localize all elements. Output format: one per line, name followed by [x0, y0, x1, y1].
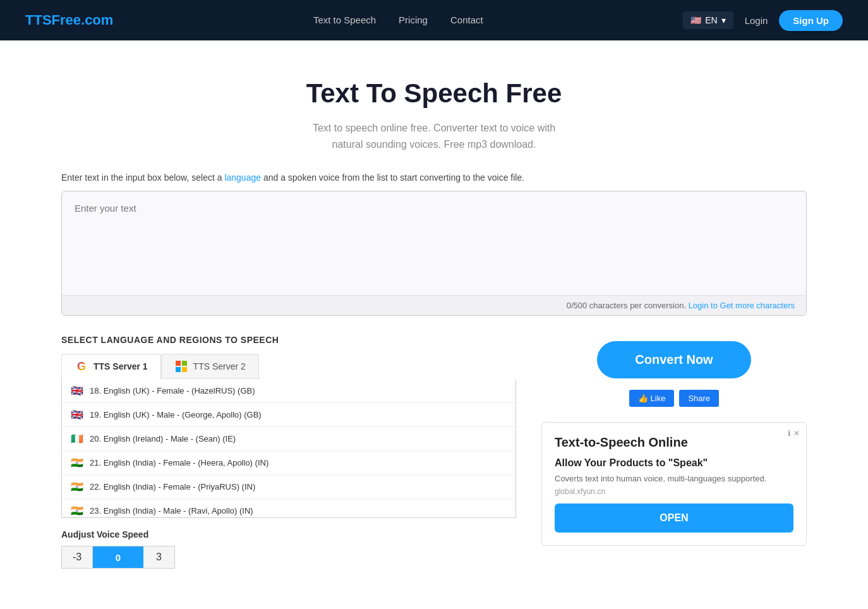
main-content: Enter text in the input box below, selec… [30, 171, 838, 594]
navbar: TTSFree.com Text to Speech Pricing Conta… [0, 0, 868, 40]
hero-section: Text To Speech Free Text to speech onlin… [0, 40, 868, 171]
flag-icon: 🇮🇳 [71, 481, 83, 493]
voice-label: 20. English (Ireland) - Male - (Sean) (I… [90, 434, 236, 443]
list-item[interactable]: 🇮🇳 22. English (India) - Female - (Priya… [62, 475, 515, 499]
ad-subtitle: Allow Your Products to "Speak" [555, 457, 793, 469]
list-item[interactable]: 🇮🇳 21. English (India) - Female - (Heera… [62, 451, 515, 475]
right-column: Convert Now 👍 Like Share ℹ ✕ Text-to-Spe… [541, 335, 807, 546]
ad-body: Coverts text into human voice, multi-lan… [555, 474, 793, 483]
voice-label: 21. English (India) - Female - (Heera, A… [90, 458, 268, 467]
ad-open-button[interactable]: OPEN [555, 503, 793, 533]
voice-speed-label: Audjust Voice Speed [61, 529, 516, 540]
flag-icon: 🇮🇳 [71, 505, 83, 517]
two-col-layout: SELECT LANGUAGE AND REGIONS TO SPEECH G … [61, 335, 807, 569]
navbar-right: 🇺🇸 EN ▾ Login Sign Up [683, 10, 843, 31]
language-selector[interactable]: 🇺🇸 EN ▾ [683, 11, 733, 29]
hero-title: Text To Speech Free [25, 78, 843, 109]
server2-label: TTS Server 2 [193, 361, 246, 371]
google-icon: G [75, 359, 88, 373]
login-for-more-link[interactable]: Login to Get more characters [689, 301, 795, 310]
tab-server2[interactable]: TTS Server 2 [161, 354, 259, 379]
language-link[interactable]: language [224, 172, 261, 183]
flag-icon: 🇮🇪 [71, 433, 83, 445]
left-column: SELECT LANGUAGE AND REGIONS TO SPEECH G … [61, 335, 516, 569]
server-tabs: G TTS Server 1 TTS Server 2 [61, 354, 516, 379]
facebook-share-button[interactable]: Share [679, 390, 719, 407]
social-buttons: 👍 Like Share [629, 390, 719, 407]
instruction-text: Enter text in the input box below, selec… [61, 171, 807, 184]
list-item[interactable]: 🇮🇪 20. English (Ireland) - Male - (Sean)… [62, 427, 515, 451]
text-input[interactable] [62, 191, 806, 292]
voice-label: 18. English (UK) - Female - (HazelRUS) (… [90, 386, 255, 395]
char-count-text: 0/500 characters per conversion. [567, 301, 686, 310]
list-item[interactable]: 🇬🇧 19. English (UK) - Male - (George, Ap… [62, 403, 515, 427]
site-logo[interactable]: TTSFree.com [25, 12, 113, 28]
chevron-down-icon: ▾ [721, 15, 726, 25]
facebook-like-button[interactable]: 👍 Like [629, 390, 674, 407]
voice-label: 19. English (UK) - Male - (George, Apoll… [90, 410, 262, 419]
voice-list[interactable]: 🇬🇧 18. English (UK) - Female - (HazelRUS… [61, 379, 516, 518]
hero-subtitle: Text to speech online free. Converter te… [25, 120, 843, 152]
flag-icon: 🇮🇳 [71, 457, 83, 469]
server1-label: TTS Server 1 [93, 361, 148, 371]
voice-label: 22. English (India) - Female - (PriyaRUS… [90, 482, 255, 491]
ad-info-icon[interactable]: ℹ [788, 429, 791, 438]
nav-contact[interactable]: Contact [450, 15, 483, 25]
ad-controls: ℹ ✕ [788, 429, 800, 438]
list-item[interactable]: 🇮🇳 23. English (India) - Male - (Ravi, A… [62, 499, 515, 518]
speed-increase-button[interactable]: 3 [143, 546, 175, 569]
login-button[interactable]: Login [745, 15, 768, 26]
list-item[interactable]: 🇬🇧 18. English (UK) - Female - (HazelRUS… [62, 379, 515, 403]
text-input-wrapper: 0/500 characters per conversion. Login t… [61, 191, 807, 316]
nav-links: Text to Speech Pricing Contact [313, 15, 483, 26]
flag-icon: 🇬🇧 [71, 385, 83, 397]
ad-close-icon[interactable]: ✕ [793, 429, 800, 438]
voice-speed-section: Audjust Voice Speed -3 0 3 [61, 529, 516, 569]
signup-button[interactable]: Sign Up [779, 10, 843, 31]
select-section-title: SELECT LANGUAGE AND REGIONS TO SPEECH [61, 335, 516, 345]
speed-value: 0 [93, 546, 143, 569]
convert-now-button[interactable]: Convert Now [597, 341, 750, 378]
speed-decrease-button[interactable]: -3 [61, 546, 93, 569]
ad-title: Text-to-Speech Online [555, 435, 793, 450]
microsoft-icon [174, 359, 188, 373]
voice-label: 23. English (India) - Male - (Ravi, Apol… [90, 506, 253, 516]
nav-pricing[interactable]: Pricing [399, 15, 428, 25]
tab-server1[interactable]: G TTS Server 1 [61, 354, 161, 379]
char-count-bar: 0/500 characters per conversion. Login t… [62, 295, 806, 315]
speed-controls: -3 0 3 [61, 546, 516, 569]
flag-icon: 🇬🇧 [71, 409, 83, 421]
nav-text-to-speech[interactable]: Text to Speech [313, 15, 376, 25]
flag-icon: 🇺🇸 [690, 15, 701, 25]
ad-source: global.xfyun.cn [555, 487, 793, 496]
ad-card: ℹ ✕ Text-to-Speech Online Allow Your Pro… [541, 422, 807, 546]
lang-label: EN [705, 15, 717, 25]
